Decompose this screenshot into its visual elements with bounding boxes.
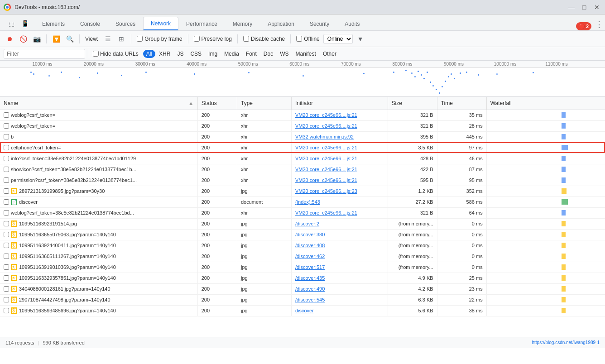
table-row[interactable]: 🖼109951163919010369.jpg?param=140y140200… — [0, 262, 605, 273]
row-checkbox[interactable] — [4, 275, 9, 281]
row-checkbox[interactable] — [4, 243, 9, 248]
offline-checkbox[interactable] — [296, 36, 302, 42]
table-row[interactable]: 🖼34040880001281​61.jpg?param=140y140200j… — [0, 283, 605, 294]
row-checkbox[interactable] — [4, 286, 9, 292]
list-view-icon[interactable]: ☰ — [102, 33, 114, 45]
table-row[interactable]: 🖼2907108744427498.jpg?param=140y140200jp… — [0, 294, 605, 305]
row-checkbox[interactable] — [4, 134, 9, 139]
table-row[interactable]: 🖼109951163593485696.jpg?param=140y140200… — [0, 305, 605, 316]
row-checkbox[interactable] — [4, 254, 9, 259]
tab-audits[interactable]: Audits — [337, 17, 367, 30]
row-checkbox[interactable] — [4, 177, 9, 183]
col-header-waterfall[interactable]: Waterfall — [486, 97, 605, 110]
throttle-settings-icon[interactable]: ▼ — [355, 33, 366, 45]
col-header-type[interactable]: Type — [237, 97, 291, 110]
row-checkbox[interactable] — [4, 167, 9, 172]
preserve-log-checkbox[interactable] — [194, 36, 200, 42]
row-checkbox[interactable] — [4, 145, 9, 150]
filter-type-manifest[interactable]: Manifest — [293, 50, 319, 58]
row-checkbox[interactable] — [4, 297, 9, 302]
row-initiator[interactable]: VM20 core_c245e96....js:21 — [291, 120, 388, 131]
hide-data-urls-label[interactable]: Hide data URLs — [100, 51, 139, 57]
timeline-area[interactable] — [0, 68, 605, 97]
group-by-frame-label[interactable]: Group by frame — [144, 36, 182, 42]
filter-type-all[interactable]: All — [143, 50, 155, 58]
capture-screenshots-button[interactable]: 📷 — [31, 33, 43, 45]
row-checkbox[interactable] — [4, 112, 9, 118]
record-button[interactable]: ⏺ — [4, 33, 15, 45]
col-header-time[interactable]: Time — [437, 97, 486, 110]
table-row[interactable]: showicon?csrf_token=38e5e82b21224e013877… — [0, 164, 605, 175]
row-initiator[interactable]: /discover:545 — [291, 294, 388, 305]
search-button[interactable]: 🔍 — [64, 33, 76, 45]
device-toggle-icon[interactable]: 📱 — [19, 18, 31, 29]
minimize-button[interactable]: — — [567, 3, 576, 12]
table-row[interactable]: 🖼109951163329357851.jpg?param=140y140200… — [0, 273, 605, 283]
row-initiator[interactable]: VM20 core_c245e96....js:23 — [291, 186, 388, 196]
table-row[interactable]: weblog?csrf_token=200xhrVM20 core_c245e9… — [0, 120, 605, 131]
row-initiator[interactable]: /discover:490 — [291, 283, 388, 294]
tab-performance[interactable]: Performance — [178, 17, 225, 30]
col-header-status[interactable]: Status — [197, 97, 237, 110]
clear-button[interactable]: 🚫 — [17, 33, 29, 45]
network-table-container[interactable]: Name ▲ Status Type Initiator Size Time W… — [0, 97, 605, 337]
table-row[interactable]: cellphone?csrf_token=200xhrVM20 core_c24… — [0, 142, 605, 153]
table-row[interactable]: 🖼2897213139199895.jpg?param=30y30200jpgV… — [0, 186, 605, 196]
row-initiator[interactable]: VM20 core_c245e96....js:21 — [291, 142, 388, 153]
table-row[interactable]: 🖼109951163923191514.jpg200jpg/discover:2… — [0, 218, 605, 229]
filter-type-doc[interactable]: Doc — [260, 50, 276, 58]
disable-cache-checkbox[interactable] — [243, 36, 249, 42]
table-row[interactable]: 🖼109951163655079063.jpg?param=140y140200… — [0, 229, 605, 240]
row-initiator[interactable]: /discover:435 — [291, 273, 388, 283]
filter-type-media[interactable]: Media — [221, 50, 242, 58]
tab-application[interactable]: Application — [260, 17, 302, 30]
filter-type-ws[interactable]: WS — [277, 50, 292, 58]
tab-console[interactable]: Console — [72, 17, 108, 30]
table-row[interactable]: b200xhrVM32 watchman.min.js:92395 B445 m… — [0, 131, 605, 142]
tab-sources[interactable]: Sources — [108, 17, 143, 30]
maximize-button[interactable]: □ — [580, 3, 589, 12]
table-row[interactable]: info?csrf_token=38e5e82b21224e0138774bec… — [0, 153, 605, 164]
table-row[interactable]: weblog?csrf_token=38e5e82b21224e0138774b… — [0, 207, 605, 218]
close-button[interactable]: ✕ — [592, 3, 601, 12]
col-header-name[interactable]: Name ▲ — [0, 97, 197, 110]
row-initiator[interactable]: discover — [291, 305, 388, 316]
table-row[interactable]: 🖼109951163924400411.jpg?param=140y140200… — [0, 240, 605, 251]
preserve-log-label[interactable]: Preserve log — [202, 36, 232, 42]
row-initiator[interactable]: VM20 core_c245e96....js:21 — [291, 175, 388, 186]
grid-view-icon[interactable]: ⊞ — [115, 33, 127, 45]
inspect-icon[interactable]: ⬚ — [5, 18, 17, 29]
table-row[interactable]: weblog?csrf_token=200xhrVM20 core_c245e9… — [0, 110, 605, 120]
more-options-icon[interactable]: ⋮ — [593, 19, 605, 30]
row-initiator[interactable]: VM20 core_c245e96....js:21 — [291, 207, 388, 218]
row-initiator[interactable]: /discover:2 — [291, 218, 388, 229]
row-checkbox[interactable] — [4, 188, 9, 194]
row-checkbox[interactable] — [4, 264, 9, 270]
offline-label[interactable]: Offline — [304, 36, 319, 42]
row-initiator[interactable]: /discover:517 — [291, 262, 388, 273]
row-initiator[interactable]: VM32 watchman.min.js:92 — [291, 131, 388, 142]
table-row[interactable]: 📄discover200document(index):54327.2 KB58… — [0, 196, 605, 207]
filter-type-css[interactable]: CSS — [187, 50, 205, 58]
table-row[interactable]: 🖼109951163605111267.jpg?param=140y140200… — [0, 251, 605, 262]
row-initiator[interactable]: (index):543 — [291, 196, 388, 207]
table-row[interactable]: permission?csrf_token=38e5e82b21224e0138… — [0, 175, 605, 186]
filter-type-js[interactable]: JS — [174, 50, 187, 58]
row-checkbox[interactable] — [4, 199, 9, 205]
group-by-frame-checkbox[interactable] — [137, 36, 143, 42]
row-checkbox[interactable] — [4, 308, 9, 313]
filter-input[interactable] — [4, 49, 85, 59]
row-initiator[interactable]: /discover:462 — [291, 251, 388, 262]
throttle-select[interactable]: Online — [323, 34, 353, 44]
filter-type-other[interactable]: Other — [320, 50, 340, 58]
row-checkbox[interactable] — [4, 221, 9, 226]
hide-data-urls-checkbox[interactable] — [93, 51, 99, 57]
row-checkbox[interactable] — [4, 123, 9, 129]
row-initiator[interactable]: VM20 core_c245e96....js:21 — [291, 164, 388, 175]
disable-cache-label[interactable]: Disable cache — [251, 36, 285, 42]
tab-elements[interactable]: Elements — [34, 17, 72, 30]
row-checkbox[interactable] — [4, 156, 9, 161]
tab-memory[interactable]: Memory — [225, 17, 260, 30]
tab-network[interactable]: Network — [143, 17, 178, 30]
filter-type-img[interactable]: Img — [205, 50, 221, 58]
